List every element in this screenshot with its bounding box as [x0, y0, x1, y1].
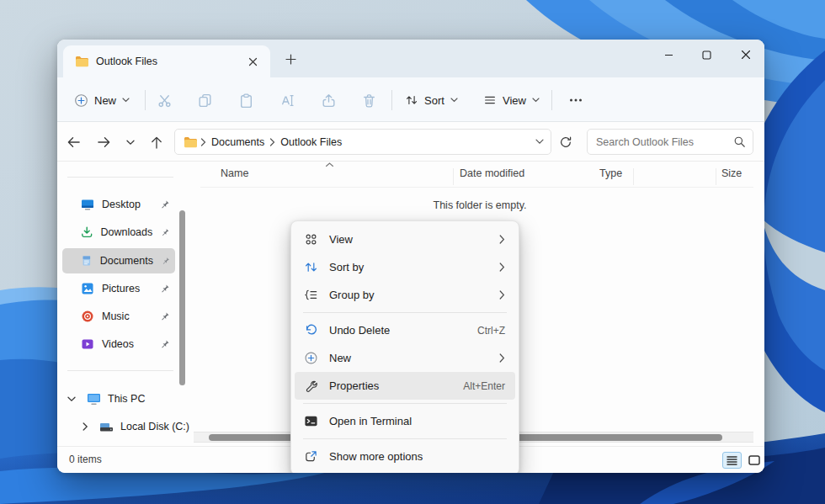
- breadcrumb-outlook-files[interactable]: Outlook Files: [279, 136, 343, 148]
- search-box: [587, 129, 753, 155]
- sort-button[interactable]: Sort: [398, 87, 465, 114]
- menu-item-shortcut: Ctrl+Z: [477, 325, 505, 337]
- context-menu: View Sort by Group by: [290, 220, 519, 473]
- pin-icon: [161, 256, 170, 267]
- address-bar[interactable]: Documents Outlook Files: [174, 129, 551, 155]
- sidebar-item-label: Local Disk (C:): [120, 421, 189, 432]
- sidebar-item-this-pc[interactable]: This PC: [67, 386, 145, 411]
- menu-item-label: Sort by: [329, 261, 488, 273]
- new-button-label: New: [94, 94, 116, 107]
- menu-item-label: Show more options: [329, 450, 505, 463]
- maximize-button[interactable]: [691, 42, 721, 67]
- forward-button[interactable]: [92, 130, 115, 154]
- menu-item-label: Group by: [329, 289, 488, 301]
- sort-icon: [304, 260, 318, 274]
- back-button[interactable]: [61, 130, 85, 154]
- recent-locations-button[interactable]: [119, 130, 142, 154]
- column-divider[interactable]: [716, 168, 716, 185]
- refresh-button[interactable]: [554, 130, 578, 154]
- chevron-right-icon[interactable]: [82, 422, 88, 431]
- file-explorer-window: Outlook Files: [57, 40, 764, 473]
- command-toolbar: New: [57, 77, 764, 122]
- cut-icon: [157, 93, 173, 109]
- sidebar-item-desktop[interactable]: Desktop: [62, 192, 175, 217]
- back-arrow-icon: [67, 136, 81, 148]
- share-button[interactable]: [311, 87, 345, 114]
- rename-button[interactable]: [270, 87, 304, 114]
- new-button[interactable]: New: [67, 87, 136, 114]
- column-header-name[interactable]: Name: [221, 167, 248, 179]
- pin-icon: [159, 311, 170, 322]
- large-icons-view-toggle[interactable]: [744, 452, 764, 469]
- column-divider[interactable]: [453, 168, 454, 185]
- column-header-type[interactable]: Type: [599, 167, 622, 179]
- address-dropdown-chevron-icon[interactable]: [535, 139, 544, 145]
- new-tab-button[interactable]: [278, 46, 303, 72]
- folder-icon: [184, 136, 197, 148]
- close-icon: [741, 50, 751, 60]
- sidebar-item-local-disk-c[interactable]: Local Disk (C:): [82, 414, 189, 439]
- chevron-down-icon: [122, 98, 130, 103]
- menu-item-label: Open in Terminal: [329, 415, 505, 427]
- menu-item-show-more-options[interactable]: Show more options: [295, 443, 515, 470]
- sidebar-item-label: Videos: [102, 338, 152, 350]
- view-button[interactable]: View: [476, 87, 546, 114]
- sidebar-scrollbar[interactable]: [179, 210, 185, 385]
- new-icon: [304, 351, 318, 365]
- breadcrumb-documents[interactable]: Documents: [210, 136, 266, 148]
- sidebar-item-pictures[interactable]: Pictures: [62, 276, 175, 301]
- search-icon[interactable]: [733, 135, 746, 148]
- menu-item-group-by[interactable]: Group by: [295, 281, 515, 309]
- view-icon: [483, 93, 497, 107]
- sidebar-item-videos[interactable]: Videos: [62, 332, 175, 357]
- menu-item-new[interactable]: New: [295, 344, 515, 372]
- menu-item-view[interactable]: View: [295, 225, 515, 253]
- minimize-button[interactable]: [653, 42, 684, 67]
- chevron-down-icon[interactable]: [67, 396, 76, 402]
- toolbar-separator: [391, 90, 392, 110]
- submenu-chevron-icon: [499, 353, 505, 363]
- delete-button[interactable]: [352, 87, 386, 114]
- column-header-date-modified[interactable]: Date modified: [460, 167, 524, 179]
- sidebar-item-label: Desktop: [102, 199, 152, 210]
- menu-item-open-in-terminal[interactable]: Open in Terminal: [295, 407, 515, 435]
- sidebar-item-downloads[interactable]: Downloads: [62, 220, 175, 245]
- column-header-size[interactable]: Size: [721, 167, 742, 179]
- show-more-icon: [304, 449, 318, 464]
- see-more-button[interactable]: [559, 87, 593, 114]
- paste-button[interactable]: [229, 87, 263, 114]
- sidebar-item-label: This PC: [108, 393, 145, 405]
- cut-button[interactable]: [147, 87, 181, 114]
- more-options-icon: [568, 93, 583, 108]
- rename-icon: [279, 93, 295, 109]
- refresh-icon: [559, 135, 572, 149]
- terminal-icon: [304, 414, 318, 428]
- up-button[interactable]: [145, 130, 168, 154]
- folder-icon: [75, 56, 88, 67]
- tab-close-button[interactable]: [243, 52, 262, 71]
- sidebar-item-documents[interactable]: Documents: [62, 248, 175, 273]
- copy-button[interactable]: [188, 87, 221, 114]
- trash-icon: [361, 93, 377, 109]
- chevron-down-icon: [532, 98, 540, 103]
- copy-icon: [197, 93, 213, 109]
- sidebar-item-music[interactable]: Music: [62, 304, 175, 329]
- pin-icon: [159, 284, 170, 294]
- sidebar-item-label: Documents: [100, 255, 153, 267]
- large-icons-view-icon: [748, 455, 760, 465]
- tab-strip: Outlook Files: [57, 40, 764, 77]
- empty-folder-message: This folder is empty.: [311, 199, 648, 211]
- undo-icon: [304, 323, 318, 337]
- menu-item-shortcut: Alt+Enter: [463, 380, 505, 392]
- search-input[interactable]: [596, 136, 733, 148]
- menu-item-sort-by[interactable]: Sort by: [295, 253, 515, 281]
- desktop-icon: [81, 198, 94, 211]
- menu-separator: [303, 438, 507, 439]
- menu-item-properties[interactable]: Properties Alt+Enter: [295, 372, 515, 400]
- tab-outlook-files[interactable]: Outlook Files: [63, 45, 270, 77]
- music-icon: [81, 310, 94, 323]
- close-button[interactable]: [731, 42, 761, 67]
- details-view-toggle[interactable]: [722, 452, 742, 469]
- column-divider[interactable]: [633, 168, 634, 185]
- menu-item-undo-delete[interactable]: Undo Delete Ctrl+Z: [295, 316, 515, 344]
